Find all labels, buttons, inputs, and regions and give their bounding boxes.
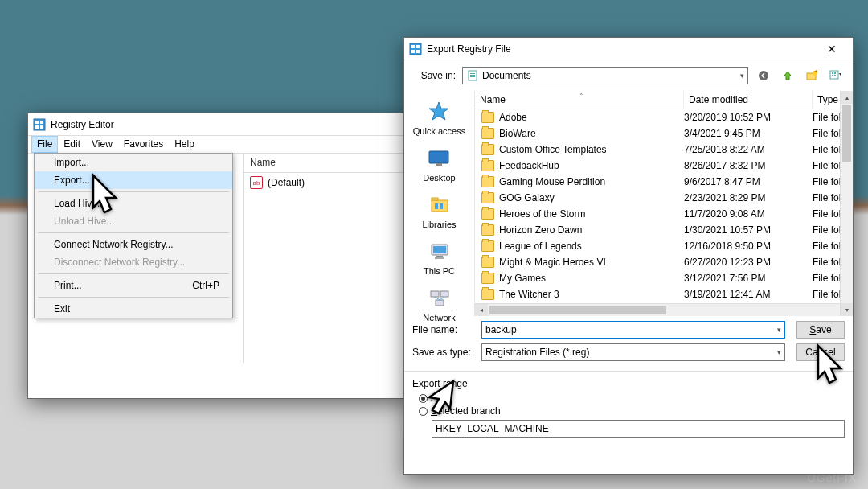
svg-line-36	[435, 297, 440, 300]
radio-selected-branch[interactable]: Selected branch	[419, 405, 845, 417]
sidebar-desktop[interactable]: Desktop	[423, 146, 455, 183]
menu-favorites[interactable]: Favorites	[118, 136, 169, 153]
sidebar-quick-access[interactable]: Quick access	[413, 99, 465, 136]
col-date[interactable]: Date modified	[684, 91, 813, 109]
folder-icon	[481, 240, 494, 252]
new-folder-icon[interactable]: ✦	[805, 68, 819, 83]
folder-icon	[481, 192, 494, 203]
regedit-title: Registry Editor	[51, 119, 406, 130]
file-name-label: File name:	[412, 324, 475, 335]
svg-rect-21	[832, 75, 833, 76]
menu-separator	[38, 273, 229, 274]
folder-icon	[481, 176, 494, 187]
hscroll-thumb[interactable]	[489, 306, 666, 314]
file-row[interactable]: The Witcher 33/19/2021 12:41 AMFile fol	[475, 286, 853, 302]
radio-all[interactable]: All	[419, 392, 845, 404]
default-value-row[interactable]: ab (Default)	[244, 173, 411, 192]
sidebar-network[interactable]: Network	[423, 286, 455, 323]
file-row[interactable]: Adobe3/20/2019 10:52 PMFile fol	[475, 109, 853, 125]
save-in-label: Save in:	[412, 70, 456, 81]
sidebar-this-pc[interactable]: This PC	[424, 239, 455, 276]
folder-icon	[481, 208, 494, 220]
file-name-input[interactable]: backup ▾	[481, 321, 785, 339]
file-list-body[interactable]: Adobe3/20/2019 10:52 PMFile folBioWare3/…	[475, 109, 853, 303]
chevron-down-icon: ▾	[777, 326, 781, 334]
values-col-name[interactable]: Name	[244, 154, 411, 173]
scroll-down-icon[interactable]: ▾	[841, 303, 853, 316]
svg-rect-8	[411, 50, 415, 53]
regedit-icon	[409, 43, 422, 55]
this-pc-icon	[427, 239, 452, 265]
folder-icon	[481, 224, 494, 236]
svg-rect-7	[416, 45, 420, 48]
svg-rect-31	[436, 256, 443, 257]
menu-connect-network[interactable]: Connect Network Registry...	[35, 236, 232, 253]
export-titlebar[interactable]: Export Registry File ✕	[404, 38, 853, 60]
branch-input[interactable]: HKEY_LOCAL_MACHINE	[432, 420, 845, 438]
menu-unload-hive: Unload Hive...	[35, 212, 232, 230]
view-menu-icon[interactable]	[829, 68, 843, 83]
svg-rect-4	[40, 125, 43, 129]
file-row[interactable]: Might & Magic Heroes VI6/27/2020 12:23 P…	[475, 254, 853, 270]
file-row[interactable]: Custom Office Templates7/25/2018 8:22 AM…	[475, 142, 853, 158]
file-row[interactable]: League of Legends12/16/2018 9:50 PMFile …	[475, 238, 853, 254]
sidebar-libraries[interactable]: Libraries	[422, 192, 456, 229]
menu-print[interactable]: Print...Ctrl+P	[35, 277, 232, 294]
save-as-type-combo[interactable]: Registration Files (*.reg) ▾	[481, 343, 785, 361]
menu-disconnect-network: Disconnect Network Registry...	[35, 253, 232, 271]
menu-view[interactable]: View	[86, 136, 118, 153]
menu-load-hive[interactable]: Load Hive...	[35, 195, 232, 212]
folder-icon	[481, 289, 494, 300]
back-icon[interactable]	[756, 68, 771, 83]
svg-rect-20	[834, 72, 836, 74]
menu-import[interactable]: Import...	[35, 154, 232, 171]
svg-rect-24	[436, 163, 442, 166]
export-main: Quick access Desktop Libraries This PC N…	[404, 91, 853, 316]
menu-export[interactable]: Export...	[35, 171, 232, 189]
menu-help[interactable]: Help	[169, 136, 200, 153]
svg-rect-35	[436, 300, 444, 306]
default-value-label: (Default)	[268, 177, 305, 188]
vertical-scrollbar[interactable]: ▴ ▾	[840, 91, 853, 316]
svg-text:✦: ✦	[813, 70, 817, 77]
menu-file[interactable]: File	[31, 136, 58, 153]
svg-rect-28	[440, 203, 443, 209]
save-in-value: Documents	[482, 70, 531, 81]
menu-edit[interactable]: Edit	[58, 136, 86, 153]
svg-rect-6	[411, 45, 415, 48]
save-button[interactable]: Save	[796, 321, 845, 339]
chevron-down-icon: ▾	[740, 72, 744, 80]
horizontal-scrollbar[interactable]: ◂ ▸	[475, 303, 853, 316]
svg-rect-11	[470, 73, 475, 74]
file-row[interactable]: Gaming Mouse Perdition9/6/2017 8:47 PMFi…	[475, 174, 853, 190]
svg-rect-2	[40, 121, 43, 124]
svg-line-37	[440, 297, 444, 300]
svg-point-14	[759, 71, 768, 80]
file-row[interactable]: Horizon Zero Dawn1/30/2021 10:57 PMFile …	[475, 222, 853, 238]
svg-rect-33	[431, 291, 439, 297]
export-dialog: Export Registry File ✕ Save in: Document…	[403, 37, 854, 475]
file-row[interactable]: Heroes of the Storm11/7/2020 9:08 AMFile…	[475, 206, 853, 222]
file-row[interactable]: GOG Galaxy2/23/2021 8:29 PMFile fol	[475, 190, 853, 206]
file-row[interactable]: FeedbackHub8/26/2017 8:32 PMFile fol	[475, 158, 853, 174]
save-in-combo[interactable]: Documents ▾	[462, 67, 748, 84]
cursor-pointer-icon	[79, 171, 124, 228]
file-row[interactable]: My Games3/12/2021 7:56 PMFile fol	[475, 270, 853, 286]
up-one-level-icon[interactable]	[780, 68, 795, 83]
file-menu-dropdown: Import... Export... Load Hive... Unload …	[34, 153, 233, 318]
folder-icon	[481, 128, 494, 139]
menu-separator	[38, 191, 229, 192]
svg-rect-1	[35, 121, 39, 124]
scroll-up-icon[interactable]: ▴	[841, 91, 853, 104]
menu-exit[interactable]: Exit	[35, 300, 232, 318]
close-button[interactable]: ✕	[816, 43, 848, 55]
regedit-titlebar[interactable]: Registry Editor	[28, 113, 411, 136]
svg-rect-23	[429, 151, 448, 163]
svg-rect-34	[440, 291, 448, 297]
scroll-left-icon[interactable]: ◂	[475, 304, 488, 316]
file-row[interactable]: BioWare3/4/2021 9:45 PMFile fol	[475, 125, 853, 142]
documents-icon	[466, 69, 479, 82]
vscroll-thumb[interactable]	[842, 105, 851, 162]
bottom-fields: File name: backup ▾ Save Save as type: R…	[404, 316, 853, 371]
regedit-values-pane: Name ab (Default)	[244, 154, 411, 363]
